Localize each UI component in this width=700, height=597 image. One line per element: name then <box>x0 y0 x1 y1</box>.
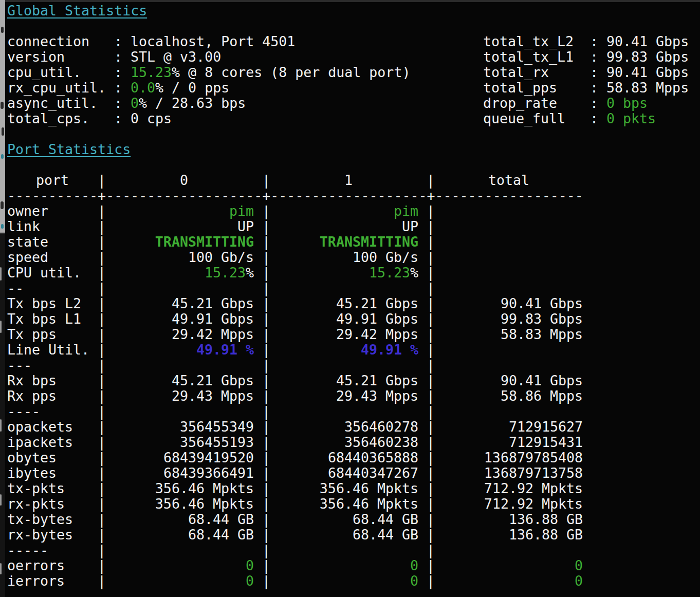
port-cell-0: 356455349 <box>106 419 262 435</box>
stat-value-segment: 45.21 Gbps <box>336 372 418 388</box>
port-cell-total <box>435 265 583 281</box>
port-stat-row: oerrors|0|0|0 <box>7 558 700 573</box>
port-cell-0: 356.46 Mpkts <box>106 496 262 512</box>
port-stat-row: Tx bps L2|45.21 Gbps|45.21 Gbps|90.41 Gb… <box>7 296 700 311</box>
column-separator-bar: | <box>98 173 106 188</box>
stat-value-segment: 100 Gb/s <box>188 249 254 265</box>
port-cell-total: 99.83 Gbps <box>435 311 583 327</box>
background-window-glyph-fragment <box>1 27 4 33</box>
port-stat-label: link <box>7 219 98 234</box>
divider-dashes: -- <box>7 281 98 296</box>
port-cell-0: 100 Gb/s <box>106 250 262 265</box>
stat-value-segment: TRANSMITTING <box>320 234 418 250</box>
port-stat-row: Rx bps|45.21 Gbps|45.21 Gbps|90.41 Gbps <box>7 373 700 388</box>
global-stat-row: total_cps.: 0 cps <box>7 111 410 126</box>
column-separator-bar: | <box>98 573 106 589</box>
column-separator-bar: | <box>262 265 270 281</box>
port-cell-total: 712.92 Mpkts <box>435 496 583 512</box>
stat-value-segment: 356455349 <box>180 419 254 435</box>
stat-value-segment: 15.23 <box>205 265 246 281</box>
port-stat-row: CPU util.|15.23%|15.23%| <box>7 265 700 281</box>
port-cell-0: 68.44 GB <box>106 527 262 543</box>
stat-value-segment: 45.21 Gbps <box>336 295 418 311</box>
port-cell-total: 58.83 Mpps <box>435 327 583 342</box>
stat-value-segment: 15.23 <box>369 265 410 281</box>
port-cell-0: 68439366491 <box>106 465 262 481</box>
port-cell-total <box>435 543 583 558</box>
port-cell-1: UP <box>270 219 427 234</box>
stat-value-segment: 0 cps <box>131 111 172 126</box>
port-cell-1: 68440347267 <box>270 465 427 481</box>
port-cell-total: 712915627 <box>435 419 583 435</box>
column-separator-bar: | <box>98 373 106 388</box>
port-cell-0: 0 <box>106 573 262 589</box>
column-separator-bar: | <box>262 496 270 512</box>
header-separator-line: -----------+-------------------+--------… <box>7 188 700 203</box>
background-window-glyph-fragment <box>0 267 2 281</box>
column-separator-bar: | <box>427 527 435 543</box>
column-separator-bar: | <box>262 573 270 589</box>
global-stat-label: async_util. <box>7 96 114 111</box>
stat-value-segment: 68440365888 <box>328 450 418 465</box>
stat-value-segment: 68439366491 <box>163 465 254 481</box>
port-stat-row: owner|pim|pim| <box>7 203 700 219</box>
port-stat-row: Rx pps|29.43 Mpps|29.43 Mpps|58.86 Mpps <box>7 388 700 404</box>
column-separator-bar: | <box>262 296 270 311</box>
column-separator-bar: | <box>427 358 435 373</box>
column-separator-bar: | <box>262 173 270 188</box>
column-separator-bar: | <box>262 481 270 496</box>
stat-value-segment: % <box>246 265 254 281</box>
port-cell-total <box>435 342 583 358</box>
terminal-screen[interactable]: Global Statistics connection: localhost,… <box>0 0 700 597</box>
global-statistics-title: Global Statistics <box>7 3 700 18</box>
global-stat-label: connection <box>7 34 114 49</box>
port-stat-label: owner <box>7 203 98 219</box>
column-separator-bar: | <box>98 388 106 404</box>
stat-value-segment: 68.44 GB <box>188 527 254 543</box>
port-cell-total: 136879713758 <box>435 465 583 481</box>
port-cell-1 <box>270 281 427 296</box>
stat-value-segment: 0 pkts <box>606 111 656 126</box>
stat-value-segment: 49.91 % <box>361 342 418 358</box>
stat-value-segment: 90.41 Gbps <box>606 65 689 80</box>
port-cell-0: pim <box>106 203 262 219</box>
port-cell-total <box>435 234 583 250</box>
stat-value-segment: 136879713758 <box>484 465 583 481</box>
port-cell-0: 29.42 Mpps <box>106 327 262 342</box>
port-cell-1: 356.46 Mpkts <box>270 496 427 512</box>
column-separator-bar: | <box>262 358 270 373</box>
column-separator-bar: | <box>427 203 435 219</box>
stat-value-segment: 356455193 <box>180 434 254 450</box>
global-stat-row: version: STL @ v3.00 <box>7 49 410 65</box>
column-header-0: 0 <box>106 173 262 188</box>
stat-value-segment: pim <box>229 203 254 219</box>
background-window-glyph-fragment <box>0 321 2 333</box>
column-separator-bar: | <box>427 327 435 342</box>
column-separator-bar: | <box>98 558 106 573</box>
port-cell-total: 712.92 Mpkts <box>435 481 583 496</box>
global-stat-row: queue_full: 0 pkts <box>483 111 689 126</box>
port-cell-0: 68439419520 <box>106 450 262 465</box>
port-cell-0 <box>106 358 262 373</box>
global-stat-label: total_rx <box>483 65 590 80</box>
column-separator-bar: | <box>262 558 270 573</box>
blank-line <box>7 126 700 142</box>
background-window-glyph-fragment <box>1 201 4 209</box>
port-cell-1: 0 <box>270 558 427 573</box>
stat-value-segment: 68.44 GB <box>353 511 418 527</box>
port-stat-label: Tx bps L2 <box>7 296 98 311</box>
column-separator-bar: | <box>262 435 270 450</box>
column-separator-bar: | <box>427 404 435 419</box>
port-cell-0 <box>106 281 262 296</box>
stat-value-segment: 68.44 GB <box>353 527 418 543</box>
column-separator-bar: | <box>262 450 270 465</box>
port-cell-1 <box>270 404 427 419</box>
stat-value-segment: 100 Gb/s <box>353 249 418 265</box>
global-stat-label: total_tx_L2 <box>483 34 590 49</box>
stat-value-segment: UP <box>402 218 418 234</box>
stat-value-segment: UP <box>237 218 254 234</box>
port-cell-0: 68.44 GB <box>106 512 262 527</box>
stat-value-segment: 58.86 Mpps <box>501 388 583 404</box>
stat-value-segment: localhost, Port 4501 <box>131 34 295 49</box>
port-stat-row: tx-bytes|68.44 GB|68.44 GB|136.88 GB <box>7 512 700 527</box>
